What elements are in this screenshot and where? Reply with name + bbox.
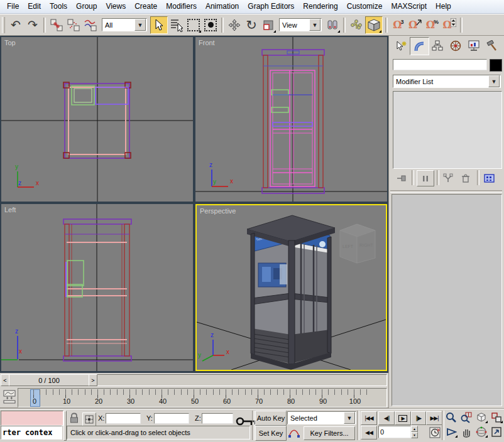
track-bar-ruler[interactable]: 0 10 20 30 40 50 60 70 80 90 100 <box>18 388 387 407</box>
mini-curve-editor-icon <box>3 390 16 404</box>
snaps-toggle-button[interactable] <box>365 16 383 34</box>
absolute-mode-transform-button[interactable] <box>82 412 96 426</box>
angle-snap-toggle-button[interactable]: Ω <box>407 17 424 33</box>
y-coord-input[interactable] <box>154 413 189 424</box>
angle-snap-3-button[interactable]: Ω 3 <box>390 17 407 33</box>
tab-display[interactable] <box>464 37 483 54</box>
spinner-up-icon[interactable]: ▲ <box>411 426 418 432</box>
toolbar-separator <box>460 18 463 33</box>
time-slider-next-button[interactable]: > <box>89 374 97 386</box>
menu-rendering[interactable]: Rendering <box>299 0 342 13</box>
tab-motion[interactable] <box>446 37 464 54</box>
pin-stack-button[interactable] <box>394 171 409 185</box>
angle-arrow-icon <box>416 19 422 26</box>
zoom-all-button[interactable] <box>459 411 473 424</box>
unlink-selection-button[interactable] <box>65 17 82 33</box>
make-unique-button[interactable] <box>441 171 456 185</box>
menu-tools[interactable]: Tools <box>45 0 72 13</box>
key-filters-button[interactable]: Key Filters... <box>304 426 355 440</box>
menu-maxscript[interactable]: MAXScript <box>386 0 431 13</box>
zoom-extents-all-button[interactable] <box>490 411 503 424</box>
viewport-top[interactable]: Top y z x <box>1 37 193 202</box>
modifier-stack-list[interactable] <box>393 91 502 169</box>
menu-edit[interactable]: Edit <box>23 0 45 13</box>
tick-label: 50 <box>191 397 199 405</box>
tab-create[interactable] <box>392 37 410 54</box>
menu-group[interactable]: Group <box>72 0 101 13</box>
remove-modifier-button[interactable] <box>458 171 473 185</box>
redo-button[interactable]: ↷ <box>25 17 41 33</box>
selection-lock-toggle[interactable] <box>69 412 79 425</box>
current-frame-input[interactable] <box>378 426 411 438</box>
menu-create[interactable]: Create <box>130 0 162 13</box>
menu-animation[interactable]: Animation <box>201 0 243 13</box>
percent-snap-toggle-button[interactable]: Ω % <box>424 17 441 33</box>
modifier-list-dropdown[interactable]: Modifier List ▼ <box>393 75 501 88</box>
select-and-move-button[interactable] <box>226 17 243 33</box>
tab-hierarchy[interactable] <box>428 37 446 54</box>
select-and-rotate-button[interactable]: ↻ <box>243 17 260 33</box>
window-crossing-toggle-button[interactable] <box>202 17 219 33</box>
object-name-input[interactable] <box>393 59 487 70</box>
select-and-scale-button[interactable] <box>260 17 277 33</box>
menu-views[interactable]: Views <box>101 0 130 13</box>
arc-rotate-button[interactable] <box>474 426 488 438</box>
maximize-viewport-toggle-button[interactable] <box>490 426 503 438</box>
viewport-left-label[interactable]: Left <box>4 206 16 213</box>
selection-filter-dropdown[interactable]: All ▼ <box>102 18 147 31</box>
set-key-button[interactable]: Set Key <box>255 426 287 441</box>
viewport-perspective[interactable]: Perspective LEFT RIGHT <box>195 204 387 371</box>
viewport-top-label[interactable]: Top <box>4 39 16 46</box>
key-mode-toggle-button[interactable]: ◀◀ <box>361 426 377 439</box>
open-mini-curve-editor-button[interactable] <box>2 389 16 404</box>
select-and-manipulate-button[interactable] <box>348 17 364 33</box>
zoom-extents-button[interactable] <box>474 411 488 424</box>
select-and-link-button[interactable] <box>48 17 65 33</box>
toolbar-handle[interactable] <box>2 17 5 33</box>
configure-modifier-sets-button[interactable] <box>482 171 497 185</box>
key-mode-dropdown[interactable]: Selected ▼ <box>287 411 356 424</box>
reference-coordinate-system-dropdown[interactable]: View ▼ <box>279 18 322 31</box>
spinner-down-icon[interactable]: ▼ <box>411 432 418 438</box>
go-to-end-button[interactable]: ▶▶| <box>426 411 442 425</box>
spinner-snap-toggle-button[interactable]: Ω <box>441 17 457 33</box>
maxscript-mini-listener-pink[interactable] <box>1 411 63 426</box>
menu-modifiers[interactable]: Modifiers <box>162 0 201 13</box>
maxscript-mini-listener-white[interactable]: rter contex <box>1 426 62 439</box>
frame-spinner[interactable]: ▲ ▼ <box>411 426 418 438</box>
bind-to-space-warp-button[interactable] <box>82 17 99 33</box>
tab-modify[interactable] <box>410 37 429 55</box>
rectangular-selection-region-button[interactable] <box>185 17 202 33</box>
object-color-swatch[interactable] <box>490 59 502 72</box>
viewport-front-label[interactable]: Front <box>199 39 215 46</box>
menu-file[interactable]: File <box>3 0 23 13</box>
viewport-perspective-label[interactable]: Perspective <box>200 207 236 215</box>
auto-key-button[interactable]: Auto Key <box>255 411 287 426</box>
time-configuration-button[interactable] <box>428 426 441 439</box>
previous-frame-button[interactable]: ◀|| <box>378 411 395 425</box>
time-slider-handle[interactable]: 0 / 100 <box>9 374 89 386</box>
tab-utilities[interactable] <box>483 37 501 54</box>
use-pivot-point-center-button[interactable] <box>324 17 341 33</box>
x-coord-input[interactable] <box>106 413 141 424</box>
viewport-front[interactable]: Front <box>195 37 387 202</box>
select-by-name-button[interactable] <box>168 17 185 33</box>
show-end-result-button[interactable] <box>417 170 434 186</box>
field-of-view-icon <box>446 426 457 438</box>
z-coord-input[interactable] <box>202 413 233 424</box>
pan-view-button[interactable] <box>459 426 473 438</box>
time-slider-prev-button[interactable]: < <box>1 374 9 386</box>
next-frame-button[interactable]: ||▶ <box>411 411 426 425</box>
zoom-button[interactable] <box>444 411 458 424</box>
go-to-start-button[interactable]: |◀◀ <box>361 411 377 425</box>
default-in-out-tangents-button[interactable] <box>287 426 301 439</box>
select-object-button[interactable] <box>150 16 168 34</box>
menu-graph-editors[interactable]: Graph Editors <box>243 0 299 13</box>
menu-help[interactable]: Help <box>431 0 456 13</box>
play-animation-button[interactable]: ▶ <box>395 411 411 425</box>
prev-frame-arrow-icon: < <box>3 377 6 384</box>
menu-customize[interactable]: Customize <box>342 0 387 13</box>
field-of-view-button[interactable] <box>444 426 458 438</box>
viewport-left[interactable]: Left z <box>1 204 193 371</box>
undo-button[interactable]: ↶ <box>8 17 24 33</box>
